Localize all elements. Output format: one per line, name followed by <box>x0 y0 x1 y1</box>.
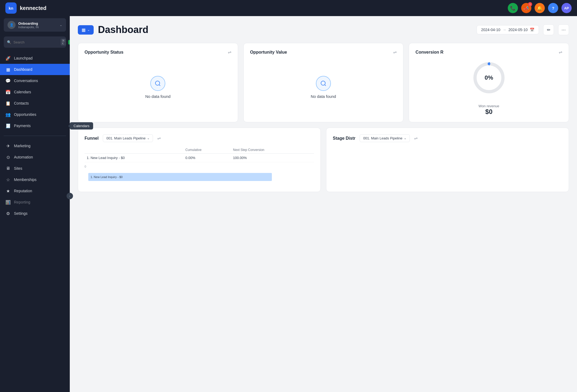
sidebar-item-memberships[interactable]: ☆ Memberships <box>0 174 70 185</box>
more-icon: ⋯ <box>561 27 566 32</box>
svg-point-0 <box>155 81 160 85</box>
sidebar-item-reporting[interactable]: 📊 Reporting <box>0 197 70 208</box>
no-data-icon-status <box>150 76 165 91</box>
calendars-tooltip: Calendars <box>70 122 93 130</box>
funnel-next-step-value: 100.00% <box>231 154 314 162</box>
sidebar-label-reporting: Reporting <box>14 200 30 204</box>
sidebar-item-contacts[interactable]: 📋 Contacts <box>0 98 70 109</box>
funnel-pipeline-selector[interactable]: 001. Main Leads Pipeline ⌄ <box>103 134 153 142</box>
sidebar-item-sites[interactable]: 🖥 Sites <box>0 163 70 174</box>
sidebar-collapse-button[interactable]: ‹ <box>67 193 73 199</box>
notification-badge: 1 <box>528 2 532 6</box>
sidebar-item-payments[interactable]: 🧾 Payments <box>0 120 70 131</box>
sidebar-label-marketing: Marketing <box>14 144 30 148</box>
svg-point-4 <box>488 62 490 65</box>
stage-dist-chevron-icon: ⌄ <box>404 136 406 140</box>
marketing-icon: ✈ <box>5 143 11 149</box>
funnel-bar-label: 1. New Lead Inquiry - $0 <box>90 175 123 179</box>
sidebar-item-conversations[interactable]: 💬 Conversations <box>0 75 70 86</box>
reporting-icon: 📊 <box>5 199 11 205</box>
page-title: Dashboard <box>98 24 472 35</box>
sidebar-item-calendars[interactable]: 📅 Calendars <box>0 86 70 98</box>
donut-center-value: 0% <box>485 74 493 81</box>
funnel-table: Cumulative Next Step Conversion 1. New L… <box>85 146 314 162</box>
grid-icon: ▦ <box>82 27 86 32</box>
phone-button[interactable]: 📞 <box>508 3 518 13</box>
megaphone-button[interactable]: 📣 1 <box>521 3 531 13</box>
donut-chart: 0% <box>470 59 508 97</box>
funnel-col-cumulative: Cumulative <box>183 146 231 154</box>
sidebar-item-marketing[interactable]: ✈ Marketing <box>0 140 70 151</box>
edit-icon: ✏ <box>547 27 550 32</box>
launchpad-icon: 🚀 <box>5 56 11 61</box>
conversion-rate-filter-icon[interactable]: ⇌ <box>559 50 562 55</box>
account-selector[interactable]: 👤 Onboarding Indianapolis, IN ⌄ <box>4 18 66 32</box>
stage-dist-filter-icon[interactable]: ⇌ <box>414 136 418 141</box>
sidebar-label-calendars: Calendars <box>14 90 31 94</box>
funnel-card: Funnel 001. Main Leads Pipeline ⌄ ⇌ Cumu… <box>78 128 321 192</box>
help-icon: ? <box>552 6 554 10</box>
nav-divider <box>4 136 66 136</box>
sidebar-item-launchpad[interactable]: 🚀 Launchpad <box>0 53 70 64</box>
bottom-cards-row: Funnel 001. Main Leads Pipeline ⌄ ⇌ Cumu… <box>78 128 569 192</box>
conversion-rate-card: Conversion R ⇌ 0% Won revenue $0 <box>409 43 569 122</box>
date-range-picker[interactable]: 2024-04-10 → 2024-05-10 📅 <box>477 25 539 34</box>
opportunity-value-filter-icon[interactable]: ⇌ <box>393 50 397 55</box>
sites-icon: 🖥 <box>5 166 11 171</box>
search-kbd: ⌘ K <box>61 39 66 46</box>
funnel-card-title: Funnel <box>85 136 98 141</box>
stage-dist-pipeline-label: 001. Main Leads Pipeline <box>363 136 402 140</box>
date-to: 2024-05-10 <box>508 28 528 32</box>
sidebar-label-conversations: Conversations <box>14 79 38 83</box>
conversations-icon: 💬 <box>5 78 11 83</box>
help-button[interactable]: ? <box>548 3 558 13</box>
stage-dist-pipeline-selector[interactable]: 001. Main Leads Pipeline ⌄ <box>360 134 410 142</box>
more-button[interactable]: ⋯ <box>558 24 569 35</box>
conversion-rate-title: Conversion R <box>415 50 443 55</box>
svg-point-1 <box>321 81 325 85</box>
opportunity-status-filter-icon[interactable]: ⇌ <box>228 50 231 55</box>
bell-icon: 🔔 <box>537 6 542 11</box>
funnel-filter-icon[interactable]: ⇌ <box>157 136 161 141</box>
sidebar-label-opportunities: Opportunities <box>14 112 36 117</box>
user-avatar[interactable]: AP <box>561 3 572 13</box>
date-arrow-icon: → <box>502 28 506 32</box>
edit-button[interactable]: ✏ <box>543 24 554 35</box>
sidebar-label-payments: Payments <box>14 124 31 128</box>
phone-icon: 📞 <box>510 6 516 11</box>
funnel-col-next-step: Next Step Conversion <box>231 146 314 154</box>
no-data-text-status: No data found <box>145 94 170 99</box>
funnel-cumulative-value: 0.00% <box>183 154 231 162</box>
sidebar-item-opportunities[interactable]: 👥 Opportunities <box>0 109 70 120</box>
search-bar[interactable]: 🔍 ⌘ K ⚡ <box>4 36 66 48</box>
no-data-text-value: No data found <box>311 94 336 99</box>
settings-icon: ⚙ <box>5 211 11 216</box>
sidebar-label-dashboard: Dashboard <box>14 67 32 72</box>
opportunity-status-title: Opportunity Status <box>85 50 123 55</box>
search-icon: 🔍 <box>7 40 11 44</box>
dashboard-icon: ▦ <box>5 67 11 72</box>
dashboard-toggle-button[interactable]: ▦ ⌄ <box>78 25 94 35</box>
sidebar-label-contacts: Contacts <box>14 101 29 105</box>
account-chevron-icon: ⌄ <box>60 23 62 27</box>
opportunities-icon: 👥 <box>5 112 11 117</box>
sidebar-item-automation[interactable]: ⊙ Automation <box>0 151 70 163</box>
stage-dist-title: Stage Distr <box>333 136 355 141</box>
date-from: 2024-04-10 <box>481 28 501 32</box>
search-input[interactable] <box>13 40 59 44</box>
sidebar-item-reputation[interactable]: ★ Reputation <box>0 185 70 197</box>
bell-button[interactable]: 🔔 <box>535 3 545 13</box>
memberships-icon: ☆ <box>5 177 11 182</box>
account-avatar-icon: 👤 <box>8 21 16 29</box>
stage-dist-empty <box>333 146 562 179</box>
payments-icon: 🧾 <box>5 123 11 128</box>
funnel-pipeline-label: 001. Main Leads Pipeline <box>106 136 145 140</box>
sidebar-item-dashboard[interactable]: ▦ Dashboard <box>0 64 70 75</box>
calendar-icon: 📅 <box>530 28 534 32</box>
app-name: kennected <box>20 5 46 11</box>
calendars-icon: 📅 <box>5 89 11 95</box>
sidebar-item-settings[interactable]: ⚙ Settings <box>0 208 70 219</box>
automation-icon: ⊙ <box>5 154 11 160</box>
top-cards-row: Opportunity Status ⇌ No data found Oppor… <box>78 43 569 122</box>
funnel-col-stage <box>85 146 183 154</box>
